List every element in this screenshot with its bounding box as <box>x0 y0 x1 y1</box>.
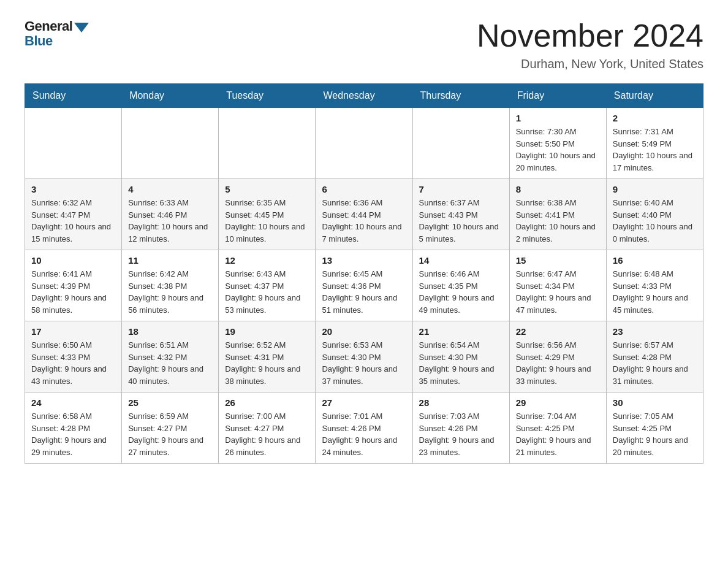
day-number: 7 <box>419 184 503 194</box>
header-sunday: Sunday <box>25 84 122 108</box>
day-info: Sunrise: 6:54 AMSunset: 4:30 PMDaylight:… <box>419 339 503 387</box>
day-info: Sunrise: 6:56 AMSunset: 4:29 PMDaylight:… <box>516 339 600 387</box>
day-number: 5 <box>225 184 309 194</box>
day-info: Sunrise: 6:47 AMSunset: 4:34 PMDaylight:… <box>516 268 600 316</box>
day-number: 23 <box>613 326 697 337</box>
day-info: Sunrise: 6:43 AMSunset: 4:37 PMDaylight:… <box>225 268 309 316</box>
header-thursday: Thursday <box>412 84 509 108</box>
header-monday: Monday <box>122 84 219 108</box>
day-number: 30 <box>613 397 697 408</box>
day-number: 22 <box>516 326 600 337</box>
table-row <box>122 108 219 179</box>
day-number: 11 <box>128 255 212 266</box>
table-row: 7Sunrise: 6:37 AMSunset: 4:43 PMDaylight… <box>412 179 509 250</box>
table-row: 10Sunrise: 6:41 AMSunset: 4:39 PMDayligh… <box>25 250 122 321</box>
logo-blue-text: Blue <box>25 33 53 49</box>
day-number: 28 <box>419 397 503 408</box>
day-info: Sunrise: 7:31 AMSunset: 5:49 PMDaylight:… <box>613 126 697 174</box>
table-row: 12Sunrise: 6:43 AMSunset: 4:37 PMDayligh… <box>219 250 316 321</box>
calendar-week-4: 17Sunrise: 6:50 AMSunset: 4:33 PMDayligh… <box>25 321 703 393</box>
calendar-week-5: 24Sunrise: 6:58 AMSunset: 4:28 PMDayligh… <box>25 393 703 464</box>
day-number: 25 <box>128 397 212 408</box>
table-row: 14Sunrise: 6:46 AMSunset: 4:35 PMDayligh… <box>412 250 509 321</box>
day-info: Sunrise: 6:41 AMSunset: 4:39 PMDaylight:… <box>31 268 115 316</box>
title-area: November 2024 Durham, New York, United S… <box>477 18 703 71</box>
table-row: 22Sunrise: 6:56 AMSunset: 4:29 PMDayligh… <box>509 321 606 393</box>
day-number: 26 <box>225 397 309 408</box>
table-row: 16Sunrise: 6:48 AMSunset: 4:33 PMDayligh… <box>606 250 703 321</box>
day-info: Sunrise: 6:59 AMSunset: 4:27 PMDaylight:… <box>128 410 212 458</box>
day-number: 24 <box>31 397 115 408</box>
day-number: 29 <box>516 397 600 408</box>
day-info: Sunrise: 7:03 AMSunset: 4:26 PMDaylight:… <box>419 410 503 458</box>
table-row: 8Sunrise: 6:38 AMSunset: 4:41 PMDaylight… <box>509 179 606 250</box>
day-info: Sunrise: 6:58 AMSunset: 4:28 PMDaylight:… <box>31 410 115 458</box>
day-info: Sunrise: 6:42 AMSunset: 4:38 PMDaylight:… <box>128 268 212 316</box>
day-number: 13 <box>322 255 406 266</box>
day-info: Sunrise: 6:33 AMSunset: 4:46 PMDaylight:… <box>128 197 212 245</box>
table-row: 20Sunrise: 6:53 AMSunset: 4:30 PMDayligh… <box>316 321 412 393</box>
table-row <box>25 108 122 179</box>
page-header: General Blue November 2024 Durham, New Y… <box>25 18 703 71</box>
day-number: 27 <box>322 397 406 408</box>
day-number: 10 <box>31 255 115 266</box>
day-info: Sunrise: 6:46 AMSunset: 4:35 PMDaylight:… <box>419 268 503 316</box>
table-row: 18Sunrise: 6:51 AMSunset: 4:32 PMDayligh… <box>122 321 219 393</box>
day-info: Sunrise: 6:51 AMSunset: 4:32 PMDaylight:… <box>128 339 212 387</box>
day-number: 18 <box>128 326 212 337</box>
table-row: 30Sunrise: 7:05 AMSunset: 4:25 PMDayligh… <box>606 393 703 464</box>
day-number: 1 <box>516 113 600 123</box>
day-number: 21 <box>419 326 503 337</box>
table-row: 2Sunrise: 7:31 AMSunset: 5:49 PMDaylight… <box>606 108 703 179</box>
location-title: Durham, New York, United States <box>477 57 703 71</box>
table-row <box>219 108 316 179</box>
table-row <box>412 108 509 179</box>
table-row: 5Sunrise: 6:35 AMSunset: 4:45 PMDaylight… <box>219 179 316 250</box>
table-row: 19Sunrise: 6:52 AMSunset: 4:31 PMDayligh… <box>219 321 316 393</box>
table-row: 17Sunrise: 6:50 AMSunset: 4:33 PMDayligh… <box>25 321 122 393</box>
day-info: Sunrise: 6:38 AMSunset: 4:41 PMDaylight:… <box>516 197 600 245</box>
table-row: 29Sunrise: 7:04 AMSunset: 4:25 PMDayligh… <box>509 393 606 464</box>
day-number: 14 <box>419 255 503 266</box>
day-info: Sunrise: 6:37 AMSunset: 4:43 PMDaylight:… <box>419 197 503 245</box>
day-info: Sunrise: 6:35 AMSunset: 4:45 PMDaylight:… <box>225 197 309 245</box>
day-number: 4 <box>128 184 212 194</box>
day-info: Sunrise: 6:48 AMSunset: 4:33 PMDaylight:… <box>613 268 697 316</box>
day-info: Sunrise: 6:40 AMSunset: 4:40 PMDaylight:… <box>613 197 697 245</box>
table-row: 1Sunrise: 7:30 AMSunset: 5:50 PMDaylight… <box>509 108 606 179</box>
day-info: Sunrise: 6:50 AMSunset: 4:33 PMDaylight:… <box>31 339 115 387</box>
day-info: Sunrise: 7:01 AMSunset: 4:26 PMDaylight:… <box>322 410 406 458</box>
day-number: 19 <box>225 326 309 337</box>
table-row: 25Sunrise: 6:59 AMSunset: 4:27 PMDayligh… <box>122 393 219 464</box>
table-row: 21Sunrise: 6:54 AMSunset: 4:30 PMDayligh… <box>412 321 509 393</box>
day-number: 2 <box>613 113 697 123</box>
day-number: 8 <box>516 184 600 194</box>
header-tuesday: Tuesday <box>219 84 316 108</box>
table-row: 27Sunrise: 7:01 AMSunset: 4:26 PMDayligh… <box>316 393 412 464</box>
day-number: 16 <box>613 255 697 266</box>
month-title: November 2024 <box>477 18 703 53</box>
day-info: Sunrise: 6:57 AMSunset: 4:28 PMDaylight:… <box>613 339 697 387</box>
day-number: 12 <box>225 255 309 266</box>
day-number: 3 <box>31 184 115 194</box>
table-row: 6Sunrise: 6:36 AMSunset: 4:44 PMDaylight… <box>316 179 412 250</box>
day-number: 6 <box>322 184 406 194</box>
logo: General Blue <box>25 18 89 49</box>
table-row: 3Sunrise: 6:32 AMSunset: 4:47 PMDaylight… <box>25 179 122 250</box>
day-number: 17 <box>31 326 115 337</box>
table-row: 9Sunrise: 6:40 AMSunset: 4:40 PMDaylight… <box>606 179 703 250</box>
day-number: 9 <box>613 184 697 194</box>
day-info: Sunrise: 7:05 AMSunset: 4:25 PMDaylight:… <box>613 410 697 458</box>
logo-arrow-icon <box>74 23 89 33</box>
logo-general-text: General <box>25 18 72 34</box>
day-info: Sunrise: 6:36 AMSunset: 4:44 PMDaylight:… <box>322 197 406 245</box>
table-row: 23Sunrise: 6:57 AMSunset: 4:28 PMDayligh… <box>606 321 703 393</box>
calendar-week-2: 3Sunrise: 6:32 AMSunset: 4:47 PMDaylight… <box>25 179 703 250</box>
header-friday: Friday <box>509 84 606 108</box>
calendar-table: Sunday Monday Tuesday Wednesday Thursday… <box>25 83 703 464</box>
day-number: 15 <box>516 255 600 266</box>
table-row: 13Sunrise: 6:45 AMSunset: 4:36 PMDayligh… <box>316 250 412 321</box>
day-info: Sunrise: 6:45 AMSunset: 4:36 PMDaylight:… <box>322 268 406 316</box>
calendar-header-row: Sunday Monday Tuesday Wednesday Thursday… <box>25 84 703 108</box>
day-info: Sunrise: 6:52 AMSunset: 4:31 PMDaylight:… <box>225 339 309 387</box>
